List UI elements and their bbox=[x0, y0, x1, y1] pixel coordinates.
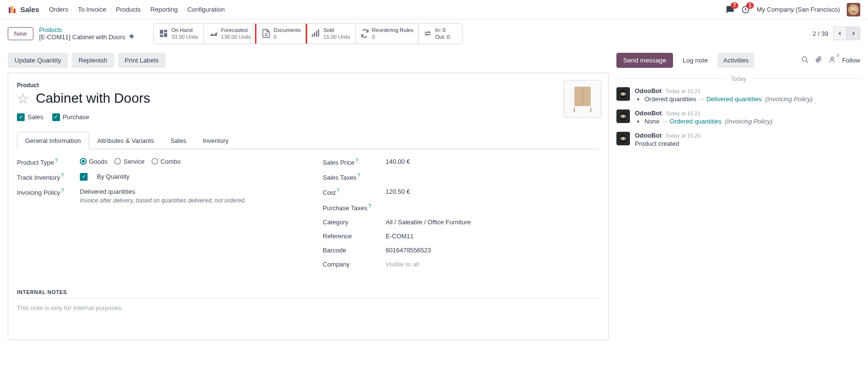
invoicing-note: Invoice after delivery, based on quantit… bbox=[80, 197, 294, 204]
breadcrumb: Products [E-COM11] Cabinet with Doors bbox=[39, 27, 134, 41]
messages-badge: 7 bbox=[731, 2, 738, 9]
messages-icon[interactable]: 7 bbox=[726, 5, 734, 14]
product-name[interactable]: Cabinet with Doors bbox=[36, 91, 150, 106]
stat-in-out[interactable]: In: 0Out: 0 bbox=[419, 24, 462, 44]
product-image[interactable] bbox=[564, 80, 601, 118]
svg-point-18 bbox=[831, 57, 834, 59]
menu-products[interactable]: Products bbox=[116, 6, 140, 13]
radio-combo[interactable]: Combo bbox=[151, 158, 181, 165]
internal-notes-field[interactable]: This note is only for internal purposes. bbox=[17, 304, 599, 311]
svg-rect-12 bbox=[318, 30, 319, 37]
bars-icon bbox=[311, 29, 320, 38]
stat-reordering[interactable]: Reordering Rules0 bbox=[356, 24, 419, 44]
log-entry: OdooBotToday at 15:20 Product created bbox=[616, 132, 860, 147]
help-icon[interactable]: ? bbox=[61, 188, 64, 193]
stat-sold[interactable]: Sold15.00 Units bbox=[306, 24, 356, 44]
track-inventory-value: ✓ By Quantity bbox=[80, 173, 294, 181]
svg-point-21 bbox=[621, 93, 623, 94]
print-labels-button[interactable]: Print Labels bbox=[118, 53, 165, 68]
log-note-button[interactable]: Log note bbox=[677, 53, 714, 68]
pager-prev[interactable] bbox=[833, 27, 847, 40]
product-label: Product bbox=[17, 82, 599, 89]
gear-icon[interactable] bbox=[128, 33, 134, 41]
radio-service[interactable]: Service bbox=[114, 158, 144, 165]
purchase-checkbox[interactable]: ✓Purchase bbox=[52, 113, 90, 121]
svg-rect-11 bbox=[316, 31, 317, 37]
svg-point-4 bbox=[848, 4, 859, 15]
menu-configuration[interactable]: Configuration bbox=[187, 6, 224, 13]
svg-point-7 bbox=[852, 8, 853, 9]
search-icon[interactable] bbox=[801, 56, 809, 65]
svg-point-17 bbox=[802, 57, 807, 61]
replenish-button[interactable]: Replenish bbox=[72, 53, 114, 68]
barcode-value[interactable]: 6016478556523 bbox=[386, 247, 599, 254]
boxes-icon bbox=[159, 29, 168, 38]
svg-rect-0 bbox=[9, 7, 11, 13]
update-quantity-button[interactable]: Update Quantity bbox=[8, 53, 68, 68]
track-inventory-checkbox[interactable]: ✓ By Quantity bbox=[80, 173, 294, 181]
sales-price-value[interactable]: 140.00 € bbox=[386, 158, 599, 165]
subheader: New Products [E-COM11] Cabinet with Door… bbox=[0, 19, 868, 48]
svg-point-22 bbox=[624, 93, 625, 94]
radio-goods[interactable]: Goods bbox=[80, 158, 107, 165]
send-message-button[interactable]: Send message bbox=[616, 53, 673, 68]
svg-rect-2 bbox=[14, 9, 15, 13]
follow-button[interactable]: Follow bbox=[842, 57, 860, 64]
help-icon[interactable]: ? bbox=[368, 203, 371, 209]
topnav-right: 7 1 My Company (San Francisco) bbox=[726, 3, 860, 16]
help-icon[interactable]: ? bbox=[337, 188, 340, 193]
pager: 2 / 39 bbox=[812, 27, 860, 40]
main-menu: Orders To Invoice Products Reporting Con… bbox=[49, 6, 224, 13]
bot-avatar-icon bbox=[616, 87, 630, 101]
product-type-radio: Goods Service Combo bbox=[80, 158, 294, 165]
activities-icon[interactable]: 1 bbox=[741, 5, 750, 14]
action-buttons: Update Quantity Replenish Print Labels bbox=[8, 48, 609, 73]
reference-value[interactable]: E-COM11 bbox=[386, 233, 599, 240]
menu-orders[interactable]: Orders bbox=[49, 6, 68, 13]
svg-point-25 bbox=[621, 115, 623, 117]
cost-value[interactable]: 120.50 € bbox=[386, 188, 599, 195]
help-icon[interactable]: ? bbox=[358, 173, 360, 178]
tab-attributes[interactable]: Attributes & Variants bbox=[89, 132, 163, 149]
category-value[interactable]: All / Saleable / Office Furniture bbox=[386, 218, 599, 226]
company-value[interactable]: Visible to all bbox=[386, 261, 599, 268]
internal-notes-title: INTERNAL NOTES bbox=[17, 289, 599, 298]
user-avatar[interactable] bbox=[847, 3, 860, 16]
chart-area-icon bbox=[209, 29, 218, 38]
activities-badge: 1 bbox=[746, 2, 754, 9]
stat-documents[interactable]: Documents0 bbox=[256, 24, 306, 44]
top-nav: Sales Orders To Invoice Products Reporti… bbox=[0, 0, 868, 19]
followers-icon[interactable]: 0 bbox=[828, 56, 836, 65]
help-icon[interactable]: ? bbox=[55, 158, 58, 163]
tab-sales[interactable]: Sales bbox=[162, 132, 195, 149]
svg-rect-9 bbox=[312, 34, 314, 37]
invoicing-policy-value[interactable]: Delivered quantities bbox=[80, 188, 294, 195]
log-entry: OdooBotToday at 15:21 None→Ordered quant… bbox=[616, 109, 860, 125]
tabs: General Information Attributes & Variant… bbox=[17, 132, 599, 149]
sales-checkbox[interactable]: ✓Sales bbox=[17, 113, 44, 121]
pager-text[interactable]: 2 / 39 bbox=[812, 30, 828, 37]
pager-next[interactable] bbox=[847, 27, 860, 40]
svg-point-30 bbox=[624, 138, 625, 139]
company-selector[interactable]: My Company (San Francisco) bbox=[757, 6, 840, 13]
breadcrumb-current: [E-COM11] Cabinet with Doors bbox=[39, 33, 125, 41]
bot-avatar-icon bbox=[616, 132, 630, 145]
help-icon[interactable]: ? bbox=[61, 173, 64, 178]
stat-on-hand[interactable]: On Hand33.00 Units bbox=[154, 24, 204, 44]
app-name[interactable]: Sales bbox=[20, 5, 39, 14]
menu-reporting[interactable]: Reporting bbox=[150, 6, 178, 13]
tab-inventory[interactable]: Inventory bbox=[195, 132, 237, 149]
favorite-star-icon[interactable]: ☆ bbox=[17, 91, 29, 107]
attachment-icon[interactable] bbox=[815, 56, 823, 65]
svg-point-8 bbox=[854, 8, 855, 9]
activities-button[interactable]: Activities bbox=[718, 53, 755, 68]
transfer-icon bbox=[423, 29, 432, 38]
stat-forecasted[interactable]: Forecasted138.00 Units bbox=[204, 24, 256, 44]
menu-to-invoice[interactable]: To Invoice bbox=[78, 6, 106, 13]
today-divider: Today bbox=[616, 76, 860, 82]
breadcrumb-parent[interactable]: Products bbox=[39, 27, 134, 33]
new-button[interactable]: New bbox=[8, 27, 33, 40]
tab-general[interactable]: General Information bbox=[17, 132, 89, 149]
svg-point-28 bbox=[620, 137, 626, 140]
help-icon[interactable]: ? bbox=[356, 158, 359, 163]
